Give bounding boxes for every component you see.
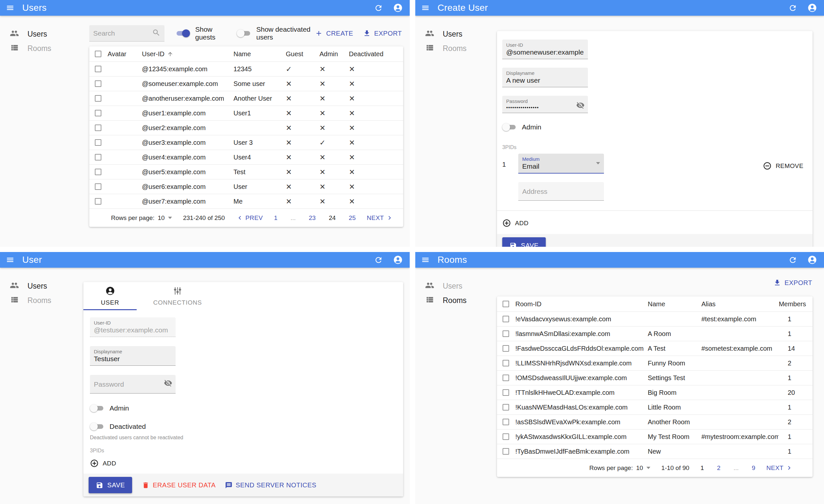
row-checkbox[interactable] xyxy=(95,154,101,160)
create-button[interactable]: CREATE xyxy=(315,29,353,37)
table-row[interactable]: @12345:example.com12345✓✕✕ xyxy=(89,61,403,76)
tab-connections[interactable]: CONNECTIONS xyxy=(137,282,218,310)
refresh-icon[interactable] xyxy=(787,254,799,266)
menu-icon[interactable] xyxy=(420,2,431,13)
refresh-icon[interactable] xyxy=(373,2,384,14)
sidebar-item-rooms[interactable]: Rooms xyxy=(0,41,83,55)
refresh-icon[interactable] xyxy=(373,254,384,266)
user-id-field[interactable]: User-ID xyxy=(502,39,588,59)
table-row[interactable]: @user3:example.comUser 3✕✓✕ xyxy=(89,135,403,150)
password-input[interactable] xyxy=(506,104,573,111)
table-row[interactable]: !OMSDsdweassIlUUjjwe:example.comSettings… xyxy=(497,370,813,385)
page-link[interactable]: 25 xyxy=(349,215,356,222)
refresh-icon[interactable] xyxy=(787,2,799,14)
displayname-field[interactable]: Displayname xyxy=(90,346,176,366)
sidebar-item-rooms[interactable]: Rooms xyxy=(0,293,83,307)
row-checkbox[interactable] xyxy=(503,360,509,366)
password-field[interactable] xyxy=(90,375,176,393)
visibility-off-icon[interactable] xyxy=(576,101,585,111)
displayname-input[interactable] xyxy=(506,76,584,85)
table-row[interactable]: !TTnlslkHHweOLAD:example.comBig Room20 xyxy=(497,385,813,400)
admin-toggle[interactable]: Admin xyxy=(502,123,807,131)
table-row[interactable]: @user5:example.comTest✕✕✕ xyxy=(89,164,403,179)
add-threepid-button[interactable]: ADD xyxy=(90,459,397,468)
row-checkbox[interactable] xyxy=(503,433,509,440)
sidebar-item-users[interactable]: Users xyxy=(415,279,497,293)
row-checkbox[interactable] xyxy=(95,139,101,146)
row-checkbox[interactable] xyxy=(503,316,509,322)
table-row[interactable]: !lasmnwASmDllasi:example.comA Room1 xyxy=(497,326,813,341)
row-checkbox[interactable] xyxy=(503,389,509,396)
account-icon[interactable] xyxy=(806,254,818,266)
add-threepid-button[interactable]: ADD xyxy=(502,219,807,228)
row-checkbox[interactable] xyxy=(95,81,101,87)
row-checkbox[interactable] xyxy=(95,169,101,175)
table-row[interactable]: @user1:example.comUser1✕✕✕ xyxy=(89,106,403,120)
rows-per-page-select[interactable]: Rows per page: 10 xyxy=(589,465,650,472)
password-input[interactable] xyxy=(94,380,161,389)
page-link[interactable]: 2 xyxy=(717,465,721,472)
table-row[interactable]: @user7:example.comMe✕✕✕ xyxy=(89,194,403,209)
export-button[interactable]: EXPORT xyxy=(773,279,812,287)
row-checkbox[interactable] xyxy=(503,404,509,410)
send-server-notices-button[interactable]: SEND SERVER NOTICES xyxy=(225,482,316,489)
table-row[interactable]: @someuser:example.comSome user✕✕✕ xyxy=(89,76,403,91)
displayname-field[interactable]: Displayname xyxy=(502,68,588,87)
account-icon[interactable] xyxy=(392,2,404,14)
erase-user-data-button[interactable]: ERASE USER DATA xyxy=(142,482,215,489)
rows-per-page-select[interactable]: Rows per page: 10 xyxy=(111,215,172,222)
menu-icon[interactable] xyxy=(5,254,16,265)
col-user-id[interactable]: User-ID xyxy=(142,50,233,58)
table-row[interactable]: !TyBasDmweIJdfFaeBmk:example.comNew1 xyxy=(497,444,813,459)
account-icon[interactable] xyxy=(806,2,818,14)
row-checkbox[interactable] xyxy=(503,448,509,455)
table-row[interactable]: !asSBSlsdWEvaXwPk:example.comAnother Roo… xyxy=(497,414,813,429)
row-checkbox[interactable] xyxy=(503,375,509,381)
account-icon[interactable] xyxy=(392,254,404,266)
sidebar-item-rooms[interactable]: Rooms xyxy=(415,293,497,307)
row-checkbox[interactable] xyxy=(95,183,101,190)
select-all-checkbox[interactable] xyxy=(95,51,101,57)
next-button[interactable]: NEXT xyxy=(766,464,793,472)
row-checkbox[interactable] xyxy=(503,331,509,337)
visibility-off-icon[interactable] xyxy=(164,379,172,389)
next-button[interactable]: NEXT xyxy=(367,214,393,222)
sidebar-item-rooms[interactable]: Rooms xyxy=(415,41,497,55)
deactivated-toggle[interactable]: Deactivated xyxy=(90,422,397,431)
displayname-input[interactable] xyxy=(94,354,172,363)
menu-icon[interactable] xyxy=(5,2,16,13)
table-row[interactable]: !LLIMSSNHrhRjsdWNXsd:example.comFunny Ro… xyxy=(497,356,813,370)
table-row[interactable]: !ykAStwxasdwsKkxGILL:example.comMy Test … xyxy=(497,429,813,444)
address-field[interactable] xyxy=(518,182,604,201)
row-checkbox[interactable] xyxy=(95,95,101,102)
address-input[interactable] xyxy=(522,187,600,196)
table-row[interactable]: @anotheruser:example.comAnother User✕✕✕ xyxy=(89,91,403,106)
table-row[interactable]: @user4:example.comUser4✕✕✕ xyxy=(89,150,403,164)
row-checkbox[interactable] xyxy=(95,110,101,116)
search-input[interactable] xyxy=(93,29,152,37)
medium-select[interactable]: Medium xyxy=(518,154,604,173)
page-link[interactable]: 23 xyxy=(309,215,316,222)
sidebar-item-users[interactable]: Users xyxy=(415,27,497,41)
show-guests-toggle[interactable]: Show guests xyxy=(176,25,226,41)
menu-icon[interactable] xyxy=(420,254,431,265)
save-button[interactable]: SAVE xyxy=(89,477,132,493)
admin-toggle[interactable]: Admin xyxy=(90,404,397,412)
password-field[interactable]: Password xyxy=(502,96,588,113)
table-row[interactable]: @user2:example.com✕✕✕ xyxy=(89,120,403,135)
user-id-input[interactable] xyxy=(506,48,584,56)
table-row[interactable]: !FasdweDssccaGLdsFRddsOl:example.comA Te… xyxy=(497,341,813,356)
row-checkbox[interactable] xyxy=(95,125,101,131)
table-row[interactable]: @user6:example.comUser✕✕✕ xyxy=(89,179,403,194)
row-checkbox[interactable] xyxy=(95,66,101,72)
select-all-checkbox[interactable] xyxy=(503,301,509,307)
page-link[interactable]: 1 xyxy=(274,215,278,222)
remove-threepid-button[interactable]: REMOVE xyxy=(763,161,803,170)
table-row[interactable]: !eVasdacvxysewus:example.com#test:exampl… xyxy=(497,311,813,326)
tab-user[interactable]: USER xyxy=(83,282,137,310)
row-checkbox[interactable] xyxy=(95,198,101,205)
export-button[interactable]: EXPORT xyxy=(363,29,402,37)
show-deactivated-toggle[interactable]: Show deactivated users xyxy=(237,25,315,41)
sidebar-item-users[interactable]: Users xyxy=(0,27,83,41)
sidebar-item-users[interactable]: Users xyxy=(0,279,83,293)
